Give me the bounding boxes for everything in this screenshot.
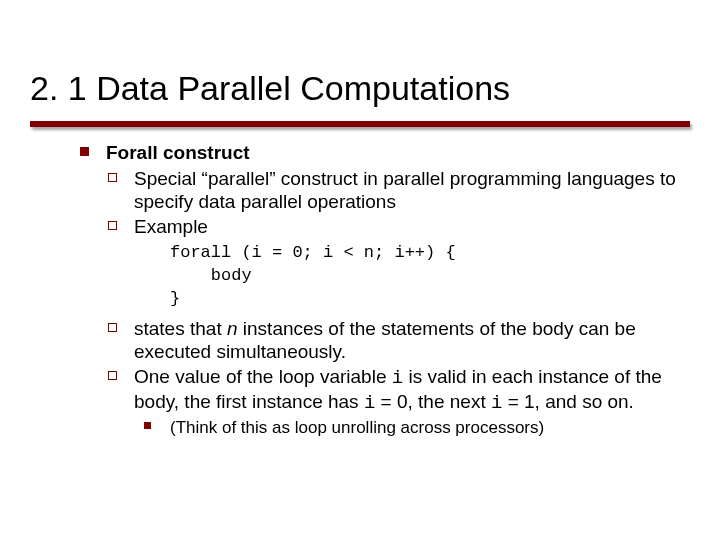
- text-fragment: = 1, and so on.: [502, 391, 634, 412]
- bullet-level2: Example: [108, 215, 680, 238]
- code-inline-i: i: [364, 392, 375, 414]
- square-hollow-icon: [108, 221, 117, 230]
- italic-n: n: [227, 318, 238, 339]
- square-hollow-icon: [108, 371, 117, 380]
- text-fragment: states that: [134, 318, 227, 339]
- level2-text: One value of the loop variable i is vali…: [134, 365, 680, 415]
- level1-heading: Forall construct: [106, 141, 680, 164]
- slide-body: Forall construct Special “parallel” cons…: [0, 127, 720, 438]
- title-block: 2. 1 Data Parallel Computations: [0, 0, 720, 115]
- text-fragment: = 0, the next: [375, 391, 491, 412]
- slide: 2. 1 Data Parallel Computations Forall c…: [0, 0, 720, 540]
- level3-text: (Think of this as loop unrolling across …: [170, 418, 680, 439]
- level2-text: Special “parallel” construct in parallel…: [134, 167, 680, 213]
- code-inline-i: i: [491, 392, 502, 414]
- code-inline-i: i: [392, 367, 403, 389]
- code-line: body: [170, 266, 252, 285]
- bullet-level3: (Think of this as loop unrolling across …: [144, 418, 680, 439]
- bullet-level2: states that n instances of the statement…: [108, 317, 680, 363]
- slide-title: 2. 1 Data Parallel Computations: [30, 70, 690, 107]
- text-fragment: One value of the loop variable: [134, 366, 392, 387]
- bullet-level2: Special “parallel” construct in parallel…: [108, 167, 680, 213]
- square-filled-icon: [80, 147, 89, 156]
- code-block: forall (i = 0; i < n; i++) { body }: [170, 242, 680, 311]
- code-line: }: [170, 289, 180, 308]
- level2-text: states that n instances of the statement…: [134, 317, 680, 363]
- bullet-level1: Forall construct: [80, 141, 680, 164]
- code-line: forall (i = 0; i < n; i++) {: [170, 243, 456, 262]
- level2-text: Example: [134, 215, 680, 238]
- square-hollow-icon: [108, 173, 117, 182]
- bullet-level2: One value of the loop variable i is vali…: [108, 365, 680, 415]
- square-hollow-icon: [108, 323, 117, 332]
- square-filled-small-icon: [144, 422, 151, 429]
